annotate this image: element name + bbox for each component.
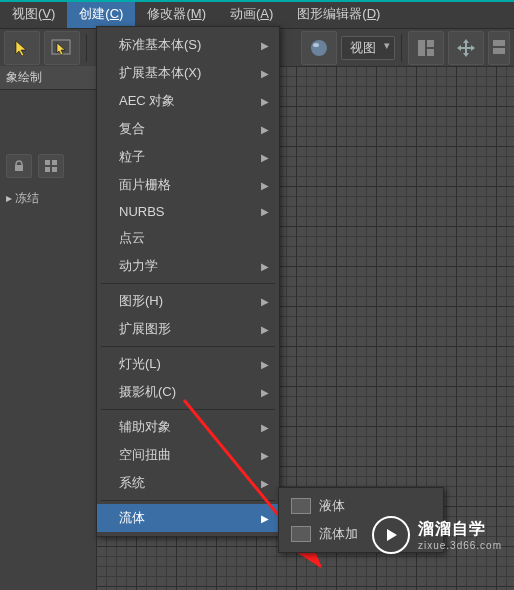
menu-item-label: 空间扭曲	[119, 446, 171, 464]
menu-item[interactable]: 图形(H)▶	[97, 287, 279, 315]
chevron-right-icon: ▶	[261, 359, 269, 370]
menu-item[interactable]: 空间扭曲▶	[97, 441, 279, 469]
menu-item[interactable]: 系统▶	[97, 469, 279, 497]
svg-rect-10	[52, 160, 57, 165]
menu-item[interactable]: 复合▶	[97, 115, 279, 143]
move-tool[interactable]	[448, 31, 484, 65]
svg-rect-3	[418, 40, 425, 56]
menu-item-label: 扩展基本体(X)	[119, 64, 201, 82]
menu-item-label: 点云	[119, 229, 145, 247]
menu-item-label: NURBS	[119, 204, 165, 219]
fluid-icon	[291, 526, 311, 542]
panel-toolbar	[0, 146, 96, 186]
select-tool[interactable]	[4, 31, 40, 65]
menu-create[interactable]: 创建(C)	[67, 2, 135, 28]
play-icon	[372, 516, 410, 554]
layout-icon	[416, 38, 436, 58]
menu-item[interactable]: 流体▶	[97, 504, 279, 532]
lock-button[interactable]	[6, 154, 32, 178]
menu-separator	[101, 500, 275, 501]
menu-item-label: 动力学	[119, 257, 158, 275]
panel-header: 象绘制	[0, 66, 96, 90]
toolbar-separator	[86, 34, 87, 62]
chevron-right-icon: ▶	[261, 478, 269, 489]
menu-item[interactable]: 扩展基本体(X)▶	[97, 59, 279, 87]
menu-item[interactable]: 辅助对象▶	[97, 413, 279, 441]
cursor-icon	[13, 39, 31, 57]
chevron-right-icon: ▶	[261, 324, 269, 335]
chevron-right-icon: ▶	[261, 206, 269, 217]
menu-separator	[101, 283, 275, 284]
view-mode-button[interactable]	[301, 31, 337, 65]
menu-animation[interactable]: 动画(A)	[218, 2, 285, 28]
menu-item[interactable]: 灯光(L)▶	[97, 350, 279, 378]
freeze-item[interactable]: ▸ 冻结	[0, 186, 96, 211]
menu-item[interactable]: 摄影机(C)▶	[97, 378, 279, 406]
chevron-right-icon: ▶	[261, 152, 269, 163]
chevron-right-icon: ▶	[261, 387, 269, 398]
menu-item[interactable]: 粒子▶	[97, 143, 279, 171]
submenu-item-label: 液体	[319, 497, 345, 515]
grid-icon	[44, 159, 58, 173]
toolbar-separator-2	[401, 34, 402, 62]
menu-item-label: 流体	[119, 509, 145, 527]
chevron-right-icon: ▶	[261, 296, 269, 307]
left-panel: 象绘制 ▸ 冻结	[0, 66, 97, 590]
svg-rect-11	[45, 167, 50, 172]
menu-item[interactable]: 点云	[97, 224, 279, 252]
viewport-dropdown[interactable]: 视图	[341, 36, 395, 60]
menu-item-label: 系统	[119, 474, 145, 492]
svg-rect-7	[493, 48, 505, 54]
watermark-sub: zixue.3d66.com	[418, 540, 502, 551]
select-region-tool[interactable]	[44, 31, 80, 65]
menu-item[interactable]: NURBS▶	[97, 199, 279, 224]
menu-item-label: 图形(H)	[119, 292, 163, 310]
rect-cursor-icon	[51, 39, 73, 57]
menu-item[interactable]: 面片栅格▶	[97, 171, 279, 199]
menu-item-label: 复合	[119, 120, 145, 138]
svg-rect-9	[45, 160, 50, 165]
chevron-right-icon: ▶	[261, 40, 269, 51]
svg-rect-6	[493, 40, 505, 46]
chevron-right-icon: ▶	[261, 96, 269, 107]
menubar: 视图(V) 创建(C) 修改器(M) 动画(A) 图形编辑器(D)	[0, 0, 514, 28]
menu-item[interactable]: AEC 对象▶	[97, 87, 279, 115]
move-icon	[455, 37, 477, 59]
menu-item-label: 标准基本体(S)	[119, 36, 201, 54]
menu-modifiers[interactable]: 修改器(M)	[135, 2, 218, 28]
svg-point-1	[311, 40, 327, 56]
menu-item-label: 辅助对象	[119, 418, 171, 436]
chevron-right-icon: ▶	[261, 422, 269, 433]
create-menu: 标准基本体(S)▶扩展基本体(X)▶AEC 对象▶复合▶粒子▶面片栅格▶NURB…	[96, 26, 280, 537]
svg-point-2	[313, 43, 319, 47]
grid-button[interactable]	[38, 154, 64, 178]
svg-rect-12	[52, 167, 57, 172]
layout-tool[interactable]	[408, 31, 444, 65]
svg-rect-4	[427, 40, 434, 47]
chevron-right-icon: ▶	[261, 124, 269, 135]
chevron-right-icon: ▶	[261, 180, 269, 191]
chevron-right-icon: ▶	[261, 261, 269, 272]
chevron-right-icon: ▶	[261, 450, 269, 461]
lock-icon	[12, 159, 26, 173]
extra-tool[interactable]	[488, 31, 510, 65]
menu-item-label: 粒子	[119, 148, 145, 166]
menu-item-label: 扩展图形	[119, 320, 171, 338]
menu-item-label: AEC 对象	[119, 92, 175, 110]
menu-item-label: 面片栅格	[119, 176, 171, 194]
panel-icon	[491, 38, 507, 58]
menu-item[interactable]: 标准基本体(S)▶	[97, 31, 279, 59]
menu-item[interactable]: 扩展图形▶	[97, 315, 279, 343]
menu-separator	[101, 409, 275, 410]
watermark-title: 溜溜自学	[418, 519, 502, 540]
chevron-right-icon: ▶	[261, 68, 269, 79]
submenu-item-label: 流体加	[319, 525, 358, 543]
menu-graph-editors[interactable]: 图形编辑器(D)	[285, 2, 392, 28]
menu-item[interactable]: 动力学▶	[97, 252, 279, 280]
menu-item-label: 灯光(L)	[119, 355, 161, 373]
fluid-icon	[291, 498, 311, 514]
menu-item-label: 摄影机(C)	[119, 383, 176, 401]
menu-view[interactable]: 视图(V)	[0, 2, 67, 28]
svg-rect-5	[427, 49, 434, 56]
watermark: 溜溜自学 zixue.3d66.com	[372, 516, 502, 554]
